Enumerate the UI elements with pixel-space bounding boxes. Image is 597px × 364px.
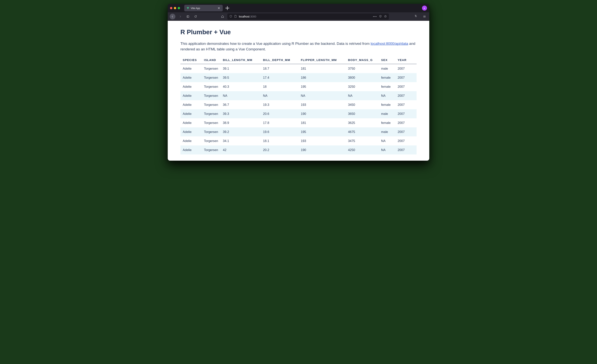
new-tab-button[interactable] [225,5,230,11]
page-info-icon[interactable] [234,15,237,18]
table-body: AdelieTorgersen39.118.71813750male2007 A… [181,64,416,154]
col-island: ISLAND [202,56,221,64]
vite-icon [187,7,189,9]
table-row: AdelieTorgersen39.219.61954675male2007 [181,127,416,136]
url-host: localhost [239,15,250,18]
sidebar-toggle-button[interactable] [185,14,191,19]
col-sex: SEX [379,56,395,64]
penguins-table: SPECIES ISLAND BILL_LENGTH_MM BILL_DEPTH… [181,56,416,154]
maximize-window-button[interactable] [178,7,180,9]
table-row: AdelieTorgersen39.320.61903650male2007 [181,109,416,118]
table-row: AdelieTorgersen34.118.11933475NA2007 [181,136,416,145]
close-tab-button[interactable] [217,7,220,10]
table-header-row: SPECIES ISLAND BILL_LENGTH_MM BILL_DEPTH… [181,56,416,64]
col-flipper-length: FLIPPER_LENGTH_MM [298,56,346,64]
table-row: AdelieTorgersen39.118.71813750male2007 [181,64,416,73]
table-row: AdelieTorgersen38.917.81813625female2007 [181,118,416,127]
account-badge[interactable] [422,6,427,11]
menu-button[interactable] [422,14,427,19]
table-row: AdelieTorgersen4220.21904250NA2007 [181,145,416,154]
forward-button[interactable] [177,14,183,19]
window-controls [170,7,180,9]
page-title: R Plumber + Vue [181,28,416,36]
bookmark-icon[interactable] [384,15,387,18]
col-body-mass: BODY_MASS_G [346,56,379,64]
reload-button[interactable] [193,14,198,19]
reader-view-icon[interactable] [379,15,382,18]
table-row: AdelieTorgersen36.719.31933450female2007 [181,100,416,109]
shield-icon[interactable] [229,15,232,18]
col-species: SPECIES [181,56,202,64]
home-button[interactable] [220,14,225,19]
table-row: AdelieTorgersen40.3181953250female2007 [181,82,416,91]
col-year: YEAR [395,56,416,64]
address-bar[interactable]: localhost:3000 ••• [227,14,389,20]
overflow-button[interactable]: » [414,14,420,19]
lead-before: This application demonstrates how to cre… [181,41,371,46]
page-content: R Plumber + Vue This application demonst… [168,21,429,161]
minimize-window-button[interactable] [174,7,176,9]
tab-title: Vite App [191,7,216,10]
back-button[interactable] [170,14,175,19]
col-bill-depth: BILL_DEPTH_MM [261,56,298,64]
browser-window: Vite App [168,4,429,161]
url-display: localhost:3000 [239,15,256,18]
api-link[interactable]: localhost:8000/api/data [371,41,408,46]
svg-rect-0 [187,16,189,17]
table-row: AdelieTorgersenNANANANANA2007 [181,91,416,100]
toolbar: localhost:3000 ••• » [168,12,429,21]
col-bill-length: BILL_LENGTH_MM [221,56,261,64]
table-row: AdelieTorgersen39.517.41863800female2007 [181,73,416,82]
url-port: :3000 [250,15,256,18]
titlebar: Vite App [168,4,429,12]
browser-tab[interactable]: Vite App [184,5,223,11]
more-actions-icon[interactable]: ••• [373,15,377,18]
page-lead: This application demonstrates how to cre… [181,41,416,52]
close-window-button[interactable] [170,7,172,9]
